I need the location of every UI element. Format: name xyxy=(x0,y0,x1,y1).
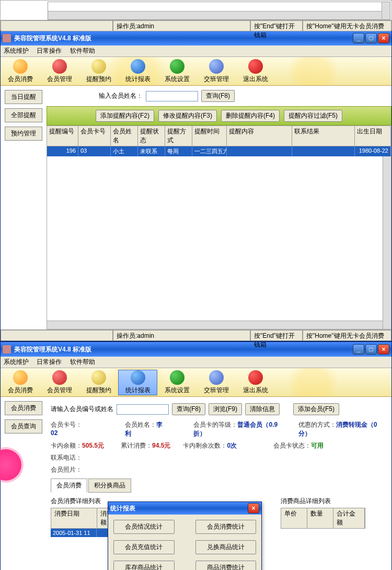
exit-icon xyxy=(248,59,263,74)
col-card[interactable]: 会员卡号 xyxy=(78,126,111,146)
partial-window-top: 操作员:admin 按"End"键打开钱箱 按"Home"键用无卡会员消费 xyxy=(0,0,392,30)
list2-title: 消费商品详细列表 xyxy=(281,497,365,506)
total-value: 94.5元 xyxy=(152,442,170,449)
clear-button[interactable]: 清除信息 xyxy=(245,403,280,415)
toolbar-consume[interactable]: 会员消费 xyxy=(1,59,40,84)
menu-help[interactable]: 软件帮助 xyxy=(70,358,95,366)
stats-product-consume-button[interactable]: 商品消费统计 xyxy=(195,561,257,570)
toolbar-remind[interactable]: 提醒预约 xyxy=(79,59,118,84)
col-qty[interactable]: 数量 xyxy=(307,508,333,528)
toolbar-consume[interactable]: 会员消费 xyxy=(1,370,40,395)
minimize-button[interactable]: _ xyxy=(353,344,364,355)
toolbar-settings[interactable]: 系统设置 xyxy=(157,59,197,84)
card-no-label: 会员卡号： xyxy=(51,421,82,428)
stats-member-consume-button[interactable]: 会员消费统计 xyxy=(195,520,257,534)
col-birth[interactable]: 出生日期 xyxy=(355,126,391,146)
calendar-icon xyxy=(91,59,106,74)
toolbar-shift[interactable]: 交班管理 xyxy=(197,59,236,84)
close-button[interactable]: × xyxy=(378,33,389,43)
balance-label: 卡内余额： xyxy=(51,442,82,449)
col-date[interactable]: 消费日期 xyxy=(51,508,97,528)
sidebar-query[interactable]: 会员查询 xyxy=(5,419,42,434)
status-value: 可用 xyxy=(311,442,324,449)
toolbar-settings[interactable]: 系统设置 xyxy=(157,370,197,395)
body: 会员消费 会员查询 请输入会员编号或姓名 查询(F8) 浏览(F9) 清除信息 … xyxy=(1,397,391,570)
titlebar[interactable]: 美容院管理系统V4.8 标准版 _ □ × xyxy=(1,342,391,357)
col-status[interactable]: 提醒状态 xyxy=(138,126,165,146)
sidebar-appointment[interactable]: 预约管理 xyxy=(5,127,42,141)
sidebar-consume[interactable]: 会员消费 xyxy=(5,401,42,415)
stats-exchange-button[interactable]: 兑换商品统计 xyxy=(195,540,257,554)
cell-card: 03 xyxy=(78,146,111,156)
edit-remind-button[interactable]: 修改提醒内容(F3) xyxy=(158,110,217,122)
status-spacer xyxy=(1,330,113,341)
scrollbar-vertical[interactable] xyxy=(382,2,390,19)
search-input[interactable] xyxy=(146,91,198,101)
add-member-button[interactable]: 添加会员(F5) xyxy=(293,403,339,415)
col-id[interactable]: 提醒编号 xyxy=(47,126,78,146)
tab-exchange[interactable]: 积分换商品 xyxy=(88,478,131,493)
titlebar[interactable]: 美容院管理系统V4.8 标准版 _ □ × xyxy=(1,31,391,45)
table-row[interactable]: 196 03 小土 未联系 每周 一二三四五六七 1980-08-22 xyxy=(47,146,391,156)
col-name[interactable]: 会员姓名 xyxy=(111,126,138,146)
col-time[interactable]: 提醒时间 xyxy=(192,126,227,146)
toolbar: 会员消费 会员管理 提醒预约 统计报表 系统设置 交班管理 退出系统 xyxy=(1,368,391,397)
toolbar-stats[interactable]: 统计报表 xyxy=(118,370,157,395)
stats-inventory-button[interactable]: 库存商品统计 xyxy=(113,561,175,570)
menu-daily[interactable]: 日常操作 xyxy=(37,358,62,366)
member-icon xyxy=(52,370,67,385)
query-button[interactable]: 查询(F8) xyxy=(201,90,235,102)
delete-remind-button[interactable]: 删除提醒内容(F4) xyxy=(221,110,280,122)
member-icon xyxy=(52,59,67,74)
cell-content xyxy=(227,146,292,156)
app-icon xyxy=(3,345,11,354)
stats-recharge-button[interactable]: 会员充值统计 xyxy=(113,540,175,554)
window-member-consume: 美容院管理系统V4.8 标准版 _ □ × 系统维护 日常操作 软件帮助 会员消… xyxy=(0,341,392,570)
toolbar-stats[interactable]: 统计报表 xyxy=(118,59,157,84)
menu-system[interactable]: 系统维护 xyxy=(4,358,29,366)
sidebar-all-remind[interactable]: 全部提醒 xyxy=(5,108,42,122)
add-remind-button[interactable]: 添加提醒内容(F2) xyxy=(96,110,154,122)
scrollbar-vertical[interactable] xyxy=(383,156,391,329)
dialog-close-button[interactable]: × xyxy=(248,503,259,514)
toolbar-remind[interactable]: 提醒预约 xyxy=(79,370,118,395)
scrollbar-horizontal[interactable] xyxy=(48,11,382,19)
menu-help[interactable]: 软件帮助 xyxy=(70,47,95,54)
stats-member-info-button[interactable]: 会员情况统计 xyxy=(113,520,175,534)
window-title: 美容院管理系统V4.8 标准版 xyxy=(14,345,352,354)
col-price[interactable]: 单价 xyxy=(281,508,307,528)
maximize-button[interactable]: □ xyxy=(365,344,377,355)
member-id-input[interactable] xyxy=(117,404,169,415)
toolbar-exit[interactable]: 退出系统 xyxy=(236,370,275,395)
status-hint-home: 按"Home"键用无卡会员消费 xyxy=(303,330,391,341)
toolbar-shift[interactable]: 交班管理 xyxy=(197,370,236,395)
action-row: 添加提醒内容(F2) 修改提醒内容(F3) 删除提醒内容(F4) 提醒内容过滤(… xyxy=(47,106,391,126)
list2-header: 单价 数量 合计金额 xyxy=(281,508,365,529)
status-hint-home: 按"Home"键用无卡会员消费 xyxy=(303,20,391,31)
col-total[interactable]: 合计金额 xyxy=(333,508,365,528)
query-button[interactable]: 查询(F8) xyxy=(172,403,205,415)
grid-body xyxy=(47,156,391,329)
minimize-button[interactable]: _ xyxy=(353,33,364,43)
col-content[interactable]: 提醒内容 xyxy=(227,126,292,146)
sidebar-today-remind[interactable]: 当日提醒 xyxy=(5,90,42,104)
tab-consume[interactable]: 会员消费 xyxy=(51,478,87,493)
card-no-value: 02 xyxy=(51,429,57,437)
maximize-button[interactable]: □ xyxy=(365,33,377,43)
toolbar-member[interactable]: 会员管理 xyxy=(40,59,79,84)
col-result[interactable]: 联系结果 xyxy=(292,126,355,146)
col-method[interactable]: 提醒方式 xyxy=(165,126,192,146)
dialog-titlebar[interactable]: 统计报表 × xyxy=(108,502,261,515)
gear-icon xyxy=(170,370,185,385)
close-button[interactable]: × xyxy=(378,344,389,355)
toolbar-exit[interactable]: 退出系统 xyxy=(236,59,275,84)
menu-daily[interactable]: 日常操作 xyxy=(37,47,62,54)
scrollbar-horizontal[interactable] xyxy=(47,321,383,329)
info-row-4: 会员照片： xyxy=(51,465,387,474)
menu-system[interactable]: 系统维护 xyxy=(4,47,29,54)
filter-remind-button[interactable]: 提醒内容过滤(F5) xyxy=(284,110,342,122)
toolbar-member[interactable]: 会员管理 xyxy=(40,370,79,395)
toolbar: 会员消费 会员管理 提醒预约 统计报表 系统设置 交班管理 退出系统 xyxy=(1,57,391,86)
search-label: 输入会员姓名： xyxy=(99,92,143,100)
browse-button[interactable]: 浏览(F9) xyxy=(209,403,242,415)
